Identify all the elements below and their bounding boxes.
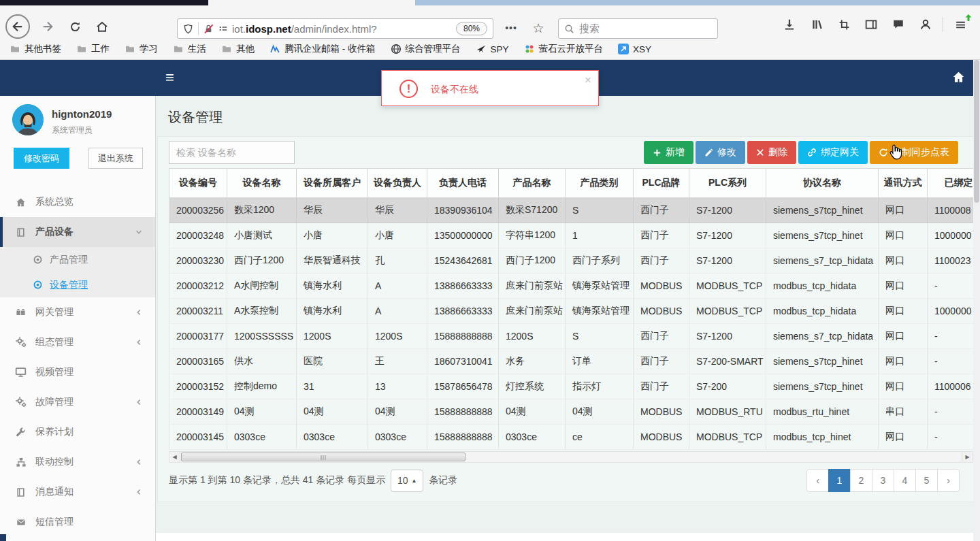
sidebar: hignton2019 系统管理员 修改密码 退出系统 系统总览产品设备产品管理…: [0, 96, 156, 541]
table-cell: 西门子: [634, 349, 689, 374]
sidebar-item-消息通知[interactable]: 消息通知: [0, 477, 155, 507]
page-scrollbar[interactable]: [973, 60, 980, 541]
sidebar-subitem-设备管理[interactable]: 设备管理: [0, 272, 155, 297]
table-row[interactable]: 20000314904测04测04测1588888888804测04测MODBU…: [169, 399, 974, 425]
sidebar-item-联动控制[interactable]: 联动控制: [0, 447, 155, 477]
page-scrollbar-thumb[interactable]: [974, 60, 979, 203]
back-button[interactable]: [5, 14, 30, 39]
table-row[interactable]: 200003211A水泵控制镇海水利A13886663333庶来门前泵站镇海泵站…: [169, 299, 974, 324]
bookmark-item[interactable]: 腾讯企业邮箱 - 收件箱: [270, 43, 376, 55]
folder-icon: [76, 44, 87, 54]
screenshot-button[interactable]: [834, 14, 854, 35]
table-cell: MODBUS_TCP: [689, 274, 766, 299]
table-header-cell[interactable]: PLC系列: [689, 169, 766, 198]
table-header-cell[interactable]: 产品名称: [499, 169, 566, 198]
bookmark-item[interactable]: XSY: [618, 44, 651, 54]
toolbar-button-强制同步点表[interactable]: 强制同步点表: [870, 141, 958, 164]
table-header-cell[interactable]: 负责人电话: [427, 169, 499, 198]
reload-button[interactable]: [63, 14, 87, 39]
toolbar-button-绑定网关[interactable]: 绑定网关: [798, 141, 868, 164]
active-tab[interactable]: [208, 0, 415, 5]
device-search-input[interactable]: [169, 141, 295, 164]
bookmark-item[interactable]: 工作: [76, 43, 110, 55]
browser-search-bar[interactable]: 搜索: [558, 18, 718, 39]
table-row[interactable]: 200003256数采1200华辰华辰18390936104数采S71200S西…: [169, 198, 974, 223]
sidebar-toggle-button[interactable]: [861, 14, 881, 35]
shield-icon[interactable]: [183, 24, 193, 34]
toolbar-button-新增[interactable]: 新增: [644, 141, 693, 164]
page-size-select[interactable]: 10 ▲: [391, 470, 423, 492]
change-password-button[interactable]: 修改密码: [14, 148, 69, 169]
sidebar-item-短信管理[interactable]: 短信管理: [0, 507, 155, 537]
menu-button[interactable]: [950, 14, 970, 35]
pagination-page-2[interactable]: 2: [850, 469, 872, 492]
avatar: [12, 104, 44, 135]
pagination-page-5[interactable]: 5: [915, 469, 938, 492]
insecure-lock-icon[interactable]: [203, 24, 214, 34]
url-bar[interactable]: iot.idosp.net/admin/index.html? 80%: [177, 18, 493, 39]
table-row[interactable]: 200003230西门子1200华辰智通科技孔15243642681西门子120…: [169, 248, 974, 274]
bookmark-item[interactable]: 萤石云开放平台: [524, 43, 604, 55]
pagination-page-4[interactable]: 4: [894, 469, 916, 492]
table-header-cell[interactable]: PLC品牌: [634, 169, 689, 198]
navbar-home-icon[interactable]: [952, 71, 965, 84]
table-cell: 200003165: [169, 349, 227, 374]
account-button[interactable]: [915, 14, 936, 35]
table-header-cell[interactable]: 已绑定网关: [928, 169, 974, 198]
sidebar-item-保养计划[interactable]: 保养计划: [0, 417, 155, 447]
forward-button[interactable]: [35, 14, 60, 39]
table-header-cell[interactable]: 设备所属客户: [297, 169, 368, 198]
table-header-cell[interactable]: 产品类别: [566, 169, 634, 198]
table-row[interactable]: 200003248小唐测试小唐小唐13500000000字符串12001西门子S…: [169, 223, 974, 248]
zoom-badge[interactable]: 80%: [456, 22, 487, 35]
bookmark-star-icon[interactable]: ☆: [527, 18, 549, 39]
sidebar-item-系统总览[interactable]: 系统总览: [0, 187, 155, 217]
pagination-page-3[interactable]: 3: [872, 469, 894, 492]
url-text[interactable]: iot.idosp.net/admin/index.html?: [232, 23, 377, 35]
table-header-cell[interactable]: 设备负责人: [368, 169, 427, 198]
bookmark-item[interactable]: 其他书签: [10, 43, 61, 55]
bookmark-item[interactable]: SPY: [476, 44, 509, 54]
scroll-right-arrow[interactable]: ▶: [962, 452, 973, 462]
alert-close-icon[interactable]: ×: [585, 73, 591, 87]
pagination-prev[interactable]: ‹: [806, 469, 829, 492]
table-header-cell[interactable]: 设备编号: [169, 169, 227, 198]
page-actions-icon[interactable]: •••: [502, 18, 521, 39]
bookmark-item[interactable]: 学习: [125, 43, 158, 55]
scrollbar-thumb[interactable]: [181, 453, 466, 461]
download-button[interactable]: [779, 14, 800, 35]
table-horizontal-scrollbar[interactable]: ◀ ▶: [169, 451, 973, 463]
logout-button[interactable]: 退出系统: [88, 148, 143, 169]
sidebar-collapse-icon[interactable]: ≡: [165, 69, 174, 86]
table-header-cell[interactable]: 协议名称: [766, 169, 879, 198]
messages-button[interactable]: [888, 14, 909, 35]
pagination-next[interactable]: ›: [937, 469, 960, 492]
sidebar-item-产品设备[interactable]: 产品设备: [0, 217, 155, 247]
scroll-left-arrow[interactable]: ◀: [169, 452, 180, 462]
bookmark-item[interactable]: 生活: [173, 43, 206, 55]
table-header-cell[interactable]: 设备名称: [227, 169, 297, 198]
table-cell: 数采S71200: [499, 198, 566, 223]
permissions-icon[interactable]: [218, 24, 228, 33]
toolbar-button-删除[interactable]: 删除: [747, 141, 796, 164]
table-row[interactable]: 200003212A水闸控制镇海水利A13886663333庶来门前泵站镇海泵站…: [169, 274, 974, 299]
table-row[interactable]: 200003152控制demo311315878656478灯控系统指示灯西门子…: [169, 374, 974, 399]
toolbar-button-修改[interactable]: 修改: [696, 141, 745, 164]
home-button[interactable]: [90, 14, 114, 39]
bookmark-item[interactable]: 综合管理平台: [391, 43, 461, 55]
sidebar-item-网关管理[interactable]: 网关管理: [0, 297, 155, 327]
table-cell: 镇海水利: [297, 299, 368, 324]
table-cell: 13: [368, 374, 427, 399]
sidebar-item-组态管理[interactable]: 组态管理: [0, 327, 155, 357]
pagination-page-1[interactable]: 1: [828, 469, 851, 492]
library-button[interactable]: [806, 14, 827, 35]
sidebar-subitem-产品管理[interactable]: 产品管理: [0, 247, 155, 272]
table-row[interactable]: 2000031771200SSSSSS1200S1200S15888888888…: [169, 324, 974, 349]
table-row[interactable]: 200003165供水医院王18607310041水务订单西门子S7-200-S…: [169, 349, 974, 374]
sidebar-item-故障管理[interactable]: 故障管理: [0, 387, 155, 417]
bookmark-item[interactable]: 其他: [221, 43, 255, 55]
table-header-cell[interactable]: 通讯方式: [879, 169, 928, 198]
table-row[interactable]: 2000031450303ce0303ce0303ce1588888888803…: [169, 425, 974, 450]
sidebar-item-视频管理[interactable]: 视频管理: [0, 357, 155, 387]
alert-exclamation-icon: !: [399, 80, 418, 98]
